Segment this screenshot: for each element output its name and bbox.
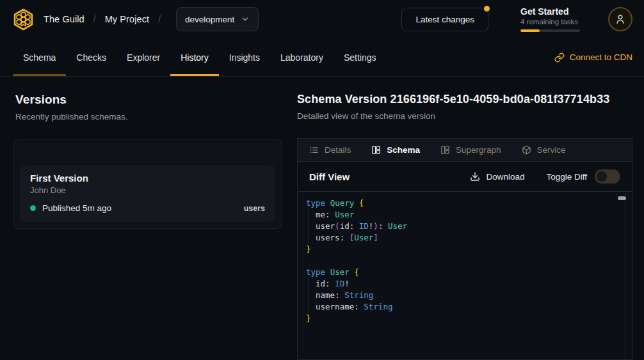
detail-tab-service[interactable]: Service: [522, 145, 566, 155]
code-line: users: [User]: [306, 232, 615, 244]
cube-icon: [522, 145, 531, 155]
published-status-dot: [30, 205, 36, 211]
app-header: The Guild / My Project / development Lat…: [0, 0, 644, 38]
code-line: [306, 255, 615, 267]
target-selector-dropdown[interactable]: development: [176, 7, 259, 31]
nav-tab-label: Settings: [344, 52, 376, 63]
code-scrollbar-thumb[interactable]: [618, 196, 626, 200]
get-started-subtitle: 4 remaining tasks: [520, 18, 580, 26]
nav-tab-laboratory[interactable]: Laboratory: [270, 38, 334, 76]
nav-tab-label: History: [181, 52, 209, 63]
nav-tab-history[interactable]: History: [170, 38, 219, 76]
code-block: type Query {me: Useruser(id: ID!): Useru…: [306, 198, 615, 324]
get-started-progress-fill: [520, 29, 540, 32]
nav-tab-schema[interactable]: Schema: [13, 38, 66, 76]
code-line: type User {: [306, 267, 615, 278]
version-list-item[interactable]: First Version John Doe Published 5m ago …: [20, 165, 275, 222]
code-line: name: String: [306, 290, 615, 301]
detail-tab-label: Details: [325, 145, 351, 155]
get-started-progressbar: [520, 29, 580, 32]
list-icon: [309, 145, 319, 155]
connect-to-cdn-label: Connect to CDN: [570, 52, 632, 62]
get-started-title: Get Started: [520, 6, 580, 17]
detail-tab-label: Schema: [387, 145, 420, 155]
code-line: }: [306, 313, 615, 324]
schema-code-viewer[interactable]: type Query {me: Useruser(id: ID!): Useru…: [298, 192, 632, 359]
breadcrumb-org[interactable]: The Guild: [44, 14, 85, 24]
download-button[interactable]: Download: [470, 171, 524, 182]
diff-view-title: Diff View: [309, 171, 350, 182]
indent-guide: [309, 278, 318, 290]
detail-tab-label: Supergraph: [456, 145, 501, 155]
versions-subtitle: Recently published schemas.: [15, 112, 282, 121]
get-started-widget[interactable]: Get Started 4 remaining tasks: [520, 6, 580, 32]
nav-tab-settings[interactable]: Settings: [334, 38, 387, 76]
indent-guide: [309, 290, 318, 301]
person-icon: [614, 13, 627, 26]
detail-tab-details[interactable]: Details: [309, 145, 351, 155]
breadcrumb: The Guild / My Project /: [44, 14, 170, 24]
columns-icon: [440, 145, 450, 155]
nav-tab-insights[interactable]: Insights: [219, 38, 270, 76]
version-author: John Doe: [30, 185, 265, 195]
detail-tab-schema[interactable]: Schema: [371, 145, 420, 155]
download-icon: [470, 171, 480, 182]
latest-changes-button[interactable]: Latest changes: [401, 8, 488, 31]
nav-tab-label: Laboratory: [280, 52, 323, 63]
version-status: Published 5m ago: [42, 203, 111, 213]
code-line: id: ID!: [306, 278, 615, 290]
breadcrumb-project[interactable]: My Project: [105, 14, 150, 24]
nav-tab-checks[interactable]: Checks: [66, 38, 117, 76]
breadcrumb-separator: /: [93, 14, 96, 24]
toggle-diff-switch[interactable]: [595, 169, 620, 184]
versions-title: Versions: [15, 93, 282, 107]
detail-tab-label: Service: [537, 145, 566, 155]
code-line: }: [306, 244, 615, 255]
version-detail-panel: Details Schema Supergr: [297, 138, 632, 360]
nav-tab-label: Checks: [76, 52, 106, 63]
indent-guide: [309, 209, 318, 221]
columns-icon: [371, 145, 381, 155]
toggle-diff-label: Toggle Diff: [546, 172, 587, 182]
version-detail-title: Schema Version 2166196f-5e10-4059-bd0a-0…: [297, 93, 632, 106]
version-name: First Version: [30, 173, 265, 184]
notification-dot: [484, 6, 490, 12]
breadcrumb-separator: /: [158, 14, 161, 24]
version-detail-subtitle: Detailed view of the schema version: [297, 111, 632, 121]
download-label: Download: [486, 172, 524, 182]
code-line: username: String: [306, 301, 615, 313]
code-line: me: User: [306, 209, 615, 221]
nav-tab-label: Insights: [229, 52, 260, 63]
diff-view-toolbar: Diff View Download Toggle Diff: [298, 162, 632, 192]
target-navbar: Schema Checks Explorer History Insights …: [0, 38, 644, 77]
code-line: type Query {: [306, 198, 615, 209]
nav-tab-label: Explorer: [127, 52, 160, 63]
link-icon: [554, 52, 565, 63]
version-detail-column: Schema Version 2166196f-5e10-4059-bd0a-0…: [297, 93, 632, 360]
hive-logo-icon[interactable]: [12, 8, 35, 31]
version-service-badge: users: [244, 204, 265, 213]
switch-knob: [597, 171, 607, 182]
indent-guide: [309, 301, 318, 313]
chevron-down-icon: [241, 15, 250, 24]
versions-list-card: First Version John Doe Published 5m ago …: [13, 139, 282, 229]
user-avatar[interactable]: [608, 7, 632, 31]
connect-to-cdn-link[interactable]: Connect to CDN: [554, 38, 632, 76]
main-content: Versions Recently published schemas. Fir…: [0, 77, 644, 360]
versions-column: Versions Recently published schemas. Fir…: [0, 93, 297, 360]
nav-tab-explorer[interactable]: Explorer: [117, 38, 170, 76]
indent-guide: [309, 221, 318, 232]
indent-guide: [309, 232, 318, 244]
target-selector-value: development: [185, 15, 234, 24]
detail-tab-supergraph[interactable]: Supergraph: [440, 145, 501, 155]
code-line: user(id: ID!): User: [306, 221, 615, 232]
nav-tab-label: Schema: [23, 52, 56, 63]
code-scrollbar-track: [625, 192, 625, 359]
version-detail-tabs: Details Schema Supergr: [298, 139, 632, 162]
